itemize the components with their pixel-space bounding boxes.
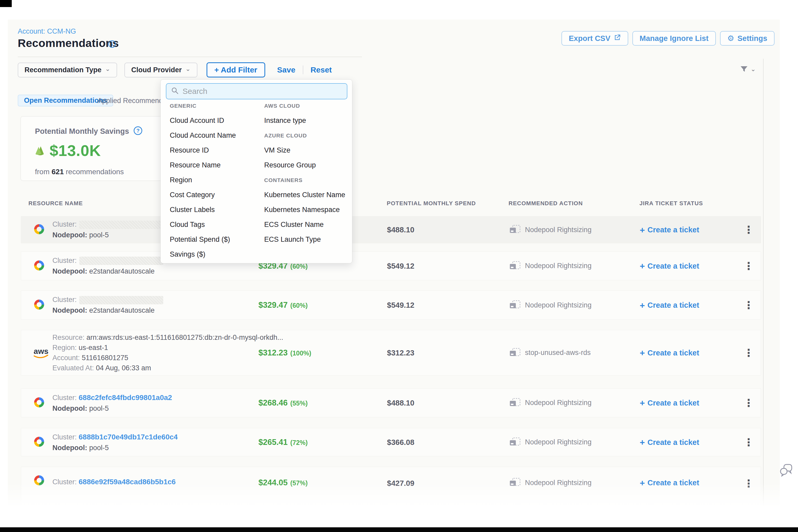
resource-name-cell: Cluster:ɔı Nodepool: e2standar4autoscale	[52, 255, 170, 277]
table-row[interactable]: Cluster: Nodepool: e2standar4autoscale $…	[21, 290, 761, 320]
filter-menu-column-generic: GENERIC Cloud Account ID Cloud Account N…	[170, 98, 259, 262]
recommendation-type-filter[interactable]: Recommendation Type ⌄	[18, 62, 117, 77]
filter-option-instance-type[interactable]: Instance type	[264, 113, 353, 128]
create-ticket-link[interactable]: + Create a ticket	[640, 438, 699, 446]
filter-option-kubernetes-cluster-name[interactable]: Kubernetes Cluster Name	[264, 188, 353, 202]
cluster-id-link[interactable]: 6886e92f59a48cad86b5b1c6	[79, 478, 176, 486]
redacted-cluster-value	[79, 221, 163, 229]
filter-option-potential-spend[interactable]: Potential Spend ($)	[170, 232, 259, 247]
savings-card-label: Potential Monthly Savings	[35, 127, 129, 136]
cloud-provider-label: Cloud Provider	[131, 66, 182, 74]
resource-name-cell: Cluster: 688c2fefc84fbdc99801a0a2 Nodepo…	[52, 392, 172, 414]
resource-name-cell: Cluster: Nodepool: e2standar4autoscale	[52, 294, 163, 316]
cluster-id-link[interactable]: 6888b1c70e49db17c1de60c4	[79, 433, 178, 441]
export-csv-button[interactable]: Export CSV	[562, 31, 628, 46]
save-filter-link[interactable]: Save	[277, 65, 296, 74]
table-row[interactable]: Cluster: 6886e92f59a48cad86b5b1c6 $244.0…	[21, 467, 761, 509]
search-icon	[171, 87, 179, 96]
row-menu-kebab-icon[interactable]: ⋮	[743, 299, 754, 311]
gcp-icon	[33, 260, 45, 272]
monthly-savings-cell: $244.05(57%)	[259, 478, 308, 488]
create-ticket-link[interactable]: + Create a ticket	[640, 398, 699, 407]
potential-spend-cell: $427.09	[387, 479, 414, 488]
row-menu-kebab-icon[interactable]: ⋮	[743, 397, 754, 409]
create-ticket-link[interactable]: + Create a ticket	[640, 226, 699, 234]
filter-option-ecs-cluster-name[interactable]: ECS Cluster Name	[264, 217, 353, 232]
support-chat-icon[interactable]	[780, 464, 793, 478]
filter-option-resource-name[interactable]: Resource Name	[170, 158, 259, 173]
potential-spend-cell: $366.08	[387, 438, 414, 446]
potential-monthly-savings-card: Potential Monthly Savings ? $13.0K from …	[20, 116, 163, 181]
screen-corner-artifact	[0, 0, 12, 7]
bottom-black-bar	[0, 527, 798, 532]
table-row[interactable]: Cluster: Nodepool: pool-5 $488.10 Nodepo…	[21, 216, 761, 243]
create-ticket-link[interactable]: + Create a ticket	[640, 348, 699, 357]
column-header-recommended-action: RECOMMENDED ACTION	[509, 200, 583, 207]
filter-option-kubernetes-namespace[interactable]: Kubernetes Namespace	[264, 202, 353, 217]
breadcrumb-account-link[interactable]: Account: CCM-NG	[18, 27, 76, 36]
reset-filter-link[interactable]: Reset	[310, 65, 332, 74]
row-menu-kebab-icon[interactable]: ⋮	[743, 347, 754, 359]
filter-option-cloud-account-name[interactable]: Cloud Account Name	[170, 128, 259, 143]
filter-menu-column-clouds: AWS CLOUD Instance type AZURE CLOUD VM S…	[264, 98, 353, 247]
row-menu-kebab-icon[interactable]: ⋮	[743, 436, 754, 448]
recommended-action-cell: Nodepool Rightsizing	[509, 398, 591, 408]
monthly-savings-cell: $265.41(72%)	[259, 438, 308, 447]
create-ticket-link[interactable]: + Create a ticket	[640, 301, 699, 309]
chevron-down-icon: ⌄	[105, 66, 110, 72]
cloud-provider-filter[interactable]: Cloud Provider ⌄	[125, 62, 197, 77]
recommendations-panel: Account: CCM-NG Recommendations Export C…	[8, 20, 780, 512]
page-title: Recommendations	[18, 37, 119, 50]
filter-option-resource-id[interactable]: Resource ID	[170, 143, 259, 158]
filter-option-cloud-account-id[interactable]: Cloud Account ID	[170, 113, 259, 128]
manage-ignore-list-button[interactable]: Manage Ignore List	[632, 31, 716, 46]
potential-spend-cell: $312.23	[387, 348, 414, 357]
filter-option-vm-size[interactable]: VM Size	[264, 143, 353, 158]
external-link-icon	[614, 34, 621, 43]
filter-option-savings[interactable]: Savings ($)	[170, 247, 259, 262]
add-filter-button[interactable]: + Add Filter	[207, 62, 265, 77]
gcp-icon	[33, 299, 45, 312]
resource-name-cell: Cluster: 6886e92f59a48cad86b5b1c6	[52, 476, 176, 488]
aws-icon: aws	[33, 346, 51, 360]
resource-name-cell: Cluster: 6888b1c70e49db17c1de60c4 Nodepo…	[52, 431, 177, 453]
rightsizing-icon	[509, 398, 521, 408]
table-row[interactable]: aws Resource: arn:aws:rds:us-east-1:5116…	[21, 330, 761, 376]
filter-option-region[interactable]: Region	[170, 173, 259, 188]
filter-option-cloud-tags[interactable]: Cloud Tags	[170, 217, 259, 232]
question-icon[interactable]: ?	[133, 126, 142, 136]
potential-spend-cell: $488.10	[387, 398, 414, 407]
potential-spend-cell: $488.10	[387, 226, 414, 234]
filter-search-input[interactable]	[183, 87, 339, 96]
plus-icon: +	[640, 349, 645, 357]
row-menu-kebab-icon[interactable]: ⋮	[743, 224, 754, 236]
create-ticket-link[interactable]: + Create a ticket	[640, 262, 699, 270]
table-row[interactable]: Cluster:ɔı Nodepool: e2standar4autoscale…	[21, 251, 761, 280]
filter-option-resource-group[interactable]: Resource Group	[264, 158, 353, 173]
potential-spend-cell: $549.12	[387, 262, 414, 270]
filter-search-box[interactable]	[166, 83, 347, 99]
row-menu-kebab-icon[interactable]: ⋮	[743, 260, 754, 272]
add-filter-dropdown: GENERIC Cloud Account ID Cloud Account N…	[160, 79, 352, 263]
filter-links-divider	[303, 65, 303, 74]
recommended-action-cell: Nodepool Rightsizing	[509, 261, 591, 271]
filter-funnel-button[interactable]: ⌄	[740, 66, 756, 74]
row-menu-kebab-icon[interactable]: ⋮	[743, 477, 754, 490]
leaf-icon	[34, 145, 46, 157]
savings-card-value: $13.0K	[50, 141, 101, 159]
info-icon[interactable]	[108, 40, 116, 49]
filter-option-cost-category[interactable]: Cost Category	[170, 188, 259, 202]
table-row[interactable]: Cluster: 6888b1c70e49db17c1de60c4 Nodepo…	[21, 428, 761, 456]
filter-option-ecs-launch-type[interactable]: ECS Launch Type	[264, 232, 353, 247]
create-ticket-link[interactable]: + Create a ticket	[640, 478, 699, 487]
plus-icon: +	[640, 438, 645, 446]
filter-option-cluster-labels[interactable]: Cluster Labels	[170, 202, 259, 217]
recommended-action-cell: Nodepool Rightsizing	[509, 437, 591, 448]
settings-button[interactable]: ⚙ Settings	[720, 31, 775, 46]
cluster-id-link[interactable]: 688c2fefc84fbdc99801a0a2	[79, 393, 172, 401]
rightsizing-icon	[509, 261, 521, 271]
table-row[interactable]: Cluster: 688c2fefc84fbdc99801a0a2 Nodepo…	[21, 388, 761, 417]
potential-spend-cell: $549.12	[387, 301, 414, 309]
scrollbar-track[interactable]	[763, 59, 764, 511]
recommended-action-cell: Nodepool Rightsizing	[509, 300, 591, 310]
